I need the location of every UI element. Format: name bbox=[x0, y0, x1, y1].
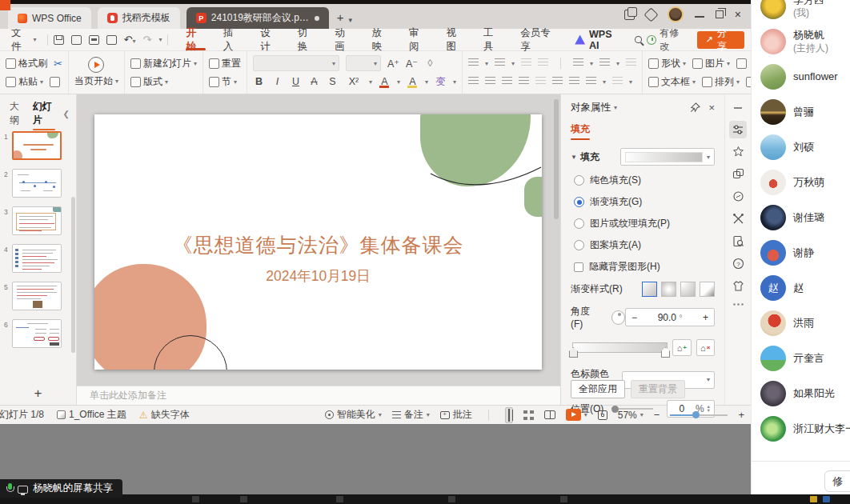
angle-knob[interactable] bbox=[611, 310, 625, 325]
highlight-button[interactable]: A bbox=[407, 76, 419, 88]
decrease-font-icon[interactable]: A⁻ bbox=[406, 58, 418, 70]
search-icon[interactable] bbox=[635, 36, 642, 43]
textbox-button[interactable]: 文本框▾ bbox=[648, 75, 696, 89]
position-slider[interactable] bbox=[611, 408, 653, 410]
file-menu[interactable]: 文件 ▾ bbox=[6, 26, 42, 54]
slide-thumbnail-1[interactable] bbox=[12, 131, 62, 160]
view-normal-button[interactable] bbox=[505, 407, 513, 423]
reset-button[interactable]: 重置 bbox=[209, 57, 241, 70]
option-solid-fill[interactable]: 纯色填充(S) bbox=[574, 174, 715, 187]
picture-button[interactable]: 图片▾ bbox=[692, 57, 730, 70]
copy-icon[interactable] bbox=[50, 77, 60, 87]
new-tab-button[interactable]: + bbox=[337, 10, 344, 24]
zoom-slider[interactable] bbox=[670, 414, 728, 416]
slide-thumbnail-3[interactable] bbox=[12, 206, 62, 235]
option-hide-background[interactable]: 隐藏背景图形(H) bbox=[574, 260, 715, 274]
font-name-combo[interactable]: ▾ bbox=[253, 55, 339, 71]
slide-thumbnail-5[interactable] bbox=[12, 282, 62, 310]
redo-icon[interactable]: ↷ bbox=[143, 34, 152, 46]
cut-icon[interactable]: ✂ bbox=[54, 58, 62, 70]
smart-beautify-button[interactable]: 智能美化▾ bbox=[325, 408, 382, 422]
underline-button[interactable]: U bbox=[290, 76, 302, 87]
save-icon[interactable] bbox=[54, 35, 64, 45]
numbered-list-icon[interactable] bbox=[495, 58, 505, 68]
undo-icon[interactable]: ↶▾ bbox=[124, 34, 136, 46]
strikethrough-button[interactable]: A bbox=[308, 76, 320, 87]
theme-indicator[interactable]: 1_Office 主题 bbox=[57, 408, 126, 422]
gradient-style-3[interactable] bbox=[680, 282, 696, 297]
participant-row[interactable]: 洪雨 bbox=[752, 306, 850, 341]
more-icon[interactable] bbox=[732, 302, 744, 306]
align-right-icon[interactable] bbox=[502, 77, 512, 86]
minimize-button[interactable] bbox=[695, 16, 704, 18]
increase-indent-icon[interactable] bbox=[538, 58, 548, 68]
collapse-panel-icon[interactable]: ❮ bbox=[63, 110, 76, 118]
apply-all-button[interactable]: 全部应用 bbox=[571, 380, 625, 398]
smartart-convert-icon[interactable] bbox=[626, 58, 636, 68]
menu-home[interactable]: 开始 bbox=[177, 29, 214, 51]
modified-status[interactable]: 有修改 bbox=[647, 26, 688, 54]
zoom-slider-handle[interactable] bbox=[692, 411, 700, 418]
participant-row[interactable]: 李芳西(我) bbox=[752, 0, 850, 24]
missing-font-warning[interactable]: ⚠ 缺失字体 bbox=[139, 408, 190, 422]
participant-row[interactable]: 刘硕 bbox=[752, 130, 850, 165]
angle-minus[interactable]: − bbox=[631, 312, 637, 323]
seal-icon[interactable] bbox=[732, 190, 744, 202]
tab-fill[interactable]: 填充 bbox=[571, 122, 590, 140]
participant-row[interactable]: 如果阳光 bbox=[752, 376, 850, 411]
decrease-indent-icon[interactable] bbox=[521, 58, 531, 68]
wps-ai-button[interactable]: WPS AI bbox=[568, 29, 630, 51]
menu-view[interactable]: 视图 bbox=[437, 29, 474, 51]
align-center-icon[interactable] bbox=[485, 77, 495, 86]
slide-title[interactable]: 《思想道德与法治》集体备课会 bbox=[94, 232, 542, 258]
menu-slideshow[interactable]: 放映 bbox=[363, 29, 400, 51]
text-effects-button[interactable]: 变 bbox=[435, 75, 447, 89]
menu-tools[interactable]: 工具 bbox=[475, 29, 511, 51]
format-painter-button[interactable]: 格式刷 bbox=[6, 57, 47, 70]
font-color-button[interactable]: A bbox=[379, 76, 391, 88]
panel-scrollbar[interactable] bbox=[71, 197, 75, 353]
option-gradient-fill[interactable]: 渐变填充(G) bbox=[574, 195, 715, 209]
participant-row[interactable]: 万秋萌 bbox=[752, 165, 850, 200]
taskbar[interactable] bbox=[0, 494, 850, 504]
qat-more-chevron-icon[interactable]: ▾ bbox=[158, 36, 162, 43]
tab-wps-office[interactable]: WPS Office bbox=[8, 7, 91, 29]
export-icon[interactable] bbox=[71, 35, 82, 45]
share-button[interactable]: ↗ 分享 bbox=[697, 31, 744, 49]
participant-row[interactable]: sunflower bbox=[752, 59, 850, 94]
participant-row[interactable]: 亓奎言 bbox=[752, 341, 850, 376]
screen-share-banner[interactable]: 杨晓帆的屏幕共享 bbox=[0, 479, 122, 498]
close-button[interactable]: × bbox=[735, 10, 741, 18]
cube-icon[interactable] bbox=[644, 7, 658, 22]
layers-icon[interactable] bbox=[624, 10, 635, 20]
bold-button[interactable]: B bbox=[253, 76, 265, 87]
menu-insert[interactable]: 插入 bbox=[215, 29, 251, 51]
section-button[interactable]: 节▾ bbox=[209, 75, 237, 89]
paragraph-settings-icon[interactable] bbox=[612, 77, 623, 86]
participant-row[interactable]: 赵 赵 bbox=[752, 270, 850, 306]
remove-stop-button[interactable]: ⌂× bbox=[696, 339, 715, 356]
help-icon[interactable]: ? bbox=[732, 258, 744, 270]
gradient-style-2[interactable] bbox=[661, 282, 676, 297]
animation-icon[interactable] bbox=[732, 168, 744, 180]
layout-button[interactable]: 版式▾ bbox=[130, 75, 168, 89]
preview-icon[interactable] bbox=[106, 35, 117, 45]
canvas-scrollbar[interactable] bbox=[554, 99, 559, 219]
menu-transition[interactable]: 切换 bbox=[289, 29, 326, 51]
participant-row[interactable]: 浙江财大李一 bbox=[752, 411, 850, 446]
tab-list-chevron-icon[interactable]: ▾ bbox=[349, 16, 353, 24]
sidebar-action-button[interactable]: 修 bbox=[824, 470, 850, 492]
slide-thumbnail-2[interactable] bbox=[12, 169, 62, 198]
play-from-current-icon[interactable] bbox=[88, 57, 104, 73]
comment-button[interactable]: 批注 bbox=[440, 408, 472, 422]
new-slide-button[interactable]: 新建幻灯片▾ bbox=[130, 57, 197, 70]
superscript-button[interactable]: X² bbox=[345, 76, 363, 87]
participant-row[interactable]: 杨晓帆(主持人) bbox=[752, 24, 850, 59]
tools-icon[interactable] bbox=[732, 213, 744, 225]
zoom-in-button[interactable]: + bbox=[738, 409, 744, 421]
print-icon[interactable] bbox=[89, 35, 99, 45]
effects-star-icon[interactable] bbox=[732, 146, 744, 158]
menu-design[interactable]: 设计 bbox=[251, 29, 288, 51]
fill-preset-dropdown[interactable]: ▾ bbox=[620, 148, 715, 166]
justify-icon[interactable] bbox=[519, 77, 529, 86]
